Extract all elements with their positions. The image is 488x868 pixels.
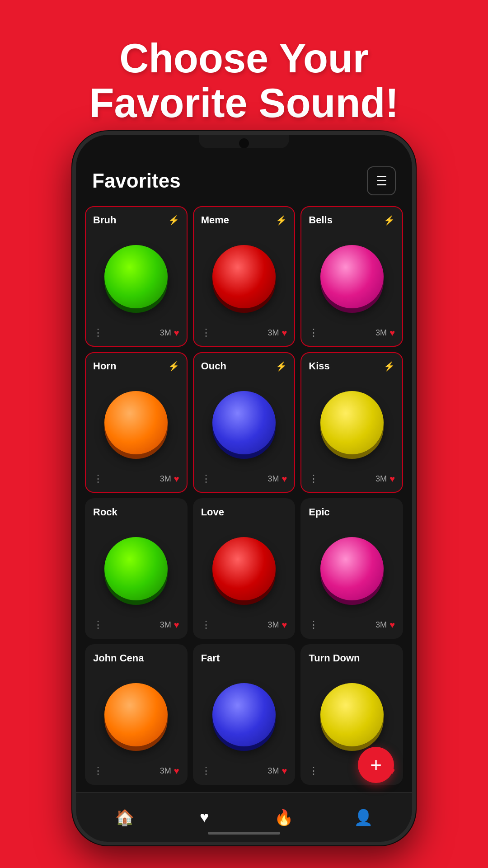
add-sound-fab[interactable]: + — [358, 747, 394, 783]
sound-name: Love — [201, 506, 224, 518]
sound-name: John Cena — [93, 652, 144, 664]
sound-button[interactable] — [212, 391, 276, 454]
sound-card-love[interactable]: Love ⋮ 3M ♥ — [193, 498, 296, 639]
sound-name: Epic — [309, 506, 329, 518]
sound-button[interactable] — [320, 245, 384, 308]
button-area — [93, 522, 179, 615]
more-options[interactable]: ⋮ — [93, 473, 103, 485]
more-options[interactable]: ⋮ — [201, 473, 211, 485]
power-button — [415, 293, 416, 347]
heart-icon[interactable]: ♥ — [389, 474, 395, 484]
sound-name: Kiss — [309, 360, 329, 372]
likes-area: 3M ♥ — [267, 766, 287, 776]
filter-button[interactable]: ☰ — [367, 166, 396, 195]
sound-card-horn[interactable]: Horn ⚡ ⋮ 3M ♥ — [85, 352, 188, 493]
hero-section: Choose Your Favorite Sound! — [0, 0, 488, 153]
nav-item-profile[interactable]: 👤 — [324, 808, 403, 826]
sound-button[interactable] — [212, 245, 276, 308]
sound-name: Bells — [309, 214, 333, 226]
more-options[interactable]: ⋮ — [309, 473, 319, 485]
button-area — [309, 230, 395, 323]
filter-icon: ☰ — [376, 174, 387, 189]
likes-count: 3M — [375, 620, 387, 630]
heart-icon[interactable]: ♥ — [282, 766, 287, 776]
card-footer: ⋮ 3M ♥ — [201, 327, 287, 339]
likes-area: 3M ♥ — [375, 620, 395, 630]
card-footer: ⋮ 3M ♥ — [201, 765, 287, 777]
sound-card-kiss[interactable]: Kiss ⚡ ⋮ 3M ♥ — [300, 352, 403, 493]
card-header: Ouch ⚡ — [201, 360, 287, 372]
likes-count: 3M — [160, 620, 171, 630]
sound-card-fart[interactable]: Fart ⋮ 3M ♥ — [193, 644, 296, 785]
sound-card-epic[interactable]: Epic ⋮ 3M ♥ — [300, 498, 403, 639]
sound-button[interactable] — [104, 391, 168, 454]
heart-icon[interactable]: ♥ — [389, 620, 395, 630]
nav-item-favorites[interactable]: ♥ — [164, 808, 244, 826]
card-footer: ⋮ 3M ♥ — [93, 619, 179, 631]
sound-card-bruh[interactable]: Bruh ⚡ ⋮ 3M ♥ — [85, 206, 188, 347]
button-area — [93, 668, 179, 761]
button-area — [93, 376, 179, 469]
nav-item-home[interactable]: 🏠 — [85, 808, 164, 826]
button-area — [309, 668, 395, 761]
likes-count: 3M — [375, 474, 387, 484]
more-options[interactable]: ⋮ — [309, 765, 319, 777]
sound-card-rock[interactable]: Rock ⋮ 3M ♥ — [85, 498, 188, 639]
sound-button[interactable] — [212, 537, 276, 600]
sound-button[interactable] — [320, 683, 384, 746]
more-options[interactable]: ⋮ — [201, 327, 211, 339]
more-options[interactable]: ⋮ — [201, 619, 211, 631]
sound-card-john-cena[interactable]: John Cena ⋮ 3M ♥ — [85, 644, 188, 785]
likes-area: 3M ♥ — [160, 474, 179, 484]
sound-card-ouch[interactable]: Ouch ⚡ ⋮ 3M ♥ — [193, 352, 296, 493]
more-options[interactable]: ⋮ — [93, 765, 103, 777]
sound-button[interactable] — [320, 537, 384, 600]
card-header: Bruh ⚡ — [93, 214, 179, 226]
camera-hole — [239, 138, 249, 148]
heart-icon[interactable]: ♥ — [174, 328, 179, 338]
card-header: Epic — [309, 506, 395, 518]
app-title: Favorites — [92, 170, 181, 192]
likes-area: 3M ♥ — [375, 328, 395, 338]
sound-name: Meme — [201, 214, 229, 226]
sound-card-meme[interactable]: Meme ⚡ ⋮ 3M ♥ — [193, 206, 296, 347]
more-options[interactable]: ⋮ — [201, 765, 211, 777]
heart-icon[interactable]: ♥ — [282, 474, 287, 484]
sound-card-bells[interactable]: Bells ⚡ ⋮ 3M ♥ — [300, 206, 403, 347]
sound-name: Turn Down — [309, 652, 360, 664]
heart-icon[interactable]: ♥ — [174, 620, 179, 630]
sound-grid: Bruh ⚡ ⋮ 3M ♥ Meme ⚡ ⋮ 3M ♥ — [76, 203, 412, 792]
sound-name: Bruh — [93, 214, 116, 226]
profile-icon: 👤 — [354, 808, 373, 826]
card-footer: ⋮ 3M ♥ — [309, 619, 395, 631]
volume-up-button — [72, 270, 73, 307]
card-header: Horn ⚡ — [93, 360, 179, 372]
heart-icon[interactable]: ♥ — [174, 766, 179, 776]
hero-title: Choose Your Favorite Sound! — [0, 36, 488, 126]
button-area — [201, 668, 287, 761]
heart-icon[interactable]: ♥ — [174, 474, 179, 484]
likes-count: 3M — [267, 766, 279, 776]
heart-icon[interactable]: ♥ — [389, 328, 395, 338]
card-header: Love — [201, 506, 287, 518]
nav-item-trending[interactable]: 🔥 — [244, 808, 324, 826]
heart-icon[interactable]: ♥ — [282, 620, 287, 630]
likes-area: 3M ♥ — [267, 328, 287, 338]
sound-button[interactable] — [104, 683, 168, 746]
sound-button[interactable] — [104, 245, 168, 308]
likes-count: 3M — [160, 328, 171, 338]
likes-area: 3M ♥ — [160, 766, 179, 776]
sound-button[interactable] — [104, 537, 168, 600]
volume-down-button — [72, 325, 73, 361]
heart-icon[interactable]: ♥ — [282, 328, 287, 338]
more-options[interactable]: ⋮ — [309, 327, 319, 339]
more-options[interactable]: ⋮ — [309, 619, 319, 631]
sound-button[interactable] — [212, 683, 276, 746]
more-options[interactable]: ⋮ — [93, 619, 103, 631]
card-header: Rock — [93, 506, 179, 518]
lightning-icon: ⚡ — [276, 215, 287, 226]
likes-count: 3M — [160, 474, 171, 484]
more-options[interactable]: ⋮ — [93, 327, 103, 339]
lightning-icon: ⚡ — [168, 215, 179, 226]
sound-button[interactable] — [320, 391, 384, 454]
